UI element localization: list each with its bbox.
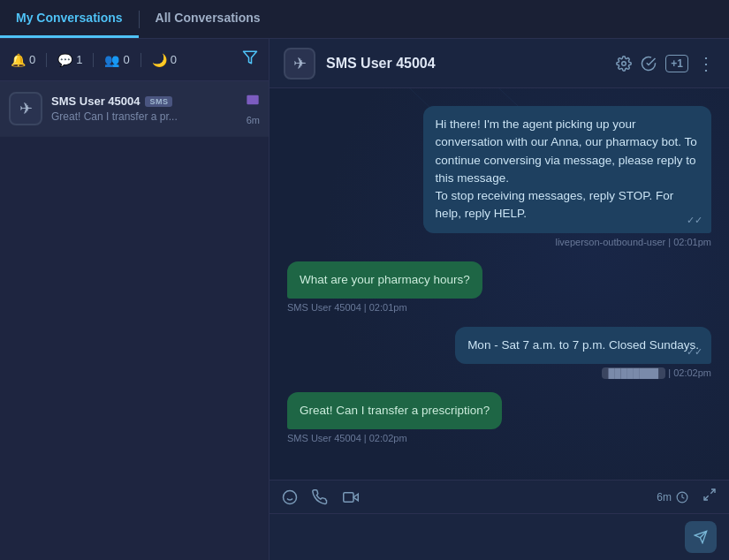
message-group-1: Hi there! I'm the agent picking up your … [287, 106, 711, 247]
message-bubble: What are your pharmacy hours? [287, 261, 482, 299]
timer-info: 6m [657, 491, 688, 503]
send-button[interactable] [685, 521, 717, 553]
chat-panel: ✈ SMS User 45004 +1 ⋮ [270, 39, 729, 560]
message-bubble: Hi there! I'm the agent picking up your … [423, 106, 711, 233]
message-meta: liveperson-outbound-user | 02:01pm [287, 237, 711, 247]
moon-icon: 🌙 [152, 53, 167, 67]
moon-badge: 🌙 0 [152, 53, 177, 67]
sidebar: 🔔 0 💬 1 👥 0 🌙 0 [0, 39, 270, 560]
tab-my-conversations[interactable]: My Conversations [0, 0, 139, 38]
svg-marker-11 [353, 494, 358, 501]
message-input[interactable] [282, 530, 676, 544]
emoji-button[interactable] [282, 489, 298, 505]
more-button[interactable]: ⋮ [697, 53, 715, 74]
message-group-4: Great! Can I transfer a prescription? SM… [287, 392, 711, 443]
conv-avatar: ✈ [9, 92, 42, 125]
conv-right: 6m [246, 93, 260, 125]
svg-marker-0 [244, 51, 257, 64]
svg-rect-12 [344, 492, 353, 502]
chat-header: ✈ SMS User 45004 +1 ⋮ [270, 39, 729, 88]
expand-button[interactable] [702, 488, 717, 506]
video-button[interactable] [342, 489, 360, 505]
message-meta: ████████ | 02:02pm [287, 367, 711, 378]
input-row [270, 514, 729, 560]
conversation-list: ✈ SMS User 45004 SMS Great! Can I transf… [0, 81, 269, 560]
top-nav: My Conversations All Conversations [0, 0, 729, 39]
settings-button[interactable] [616, 56, 632, 72]
toolbar-divider-2 [93, 53, 94, 67]
main-layout: 🔔 0 💬 1 👥 0 🌙 0 [0, 39, 729, 560]
tab-all-conversations[interactable]: All Conversations [140, 0, 277, 38]
message-group-2: What are your pharmacy hours? SMS User 4… [287, 261, 711, 313]
message-group-3: Mon - Sat 7 a.m. to 7 p.m. Closed Sunday… [287, 327, 711, 378]
double-check-icon: ✓✓ [687, 344, 702, 359]
conv-info: SMS User 45004 SMS Great! Can I transfer… [51, 95, 237, 123]
alert-badge: 🔔 0 [11, 53, 35, 67]
message-meta: SMS User 45004 | 02:02pm [287, 433, 711, 443]
input-toolbar: 6m [270, 481, 729, 514]
alert-icon: 🔔 [11, 53, 26, 67]
phone-button[interactable] [312, 489, 328, 505]
message-bubble: Great! Can I transfer a prescription? [287, 392, 502, 429]
plus-badge[interactable]: +1 [665, 55, 688, 72]
svg-rect-1 [247, 95, 258, 104]
messages-area: Hi there! I'm the agent picking up your … [270, 88, 729, 480]
conversation-item[interactable]: ✈ SMS User 45004 SMS Great! Can I transf… [0, 81, 269, 137]
svg-point-8 [284, 490, 297, 503]
user-icon: 👥 [104, 53, 119, 67]
message-icon: 💬 [57, 53, 72, 67]
message-badge: 💬 1 [57, 53, 82, 67]
conv-header: SMS User 45004 SMS [51, 95, 237, 108]
chat-header-title: SMS User 45004 [326, 56, 605, 72]
user-badge: 👥 0 [104, 53, 129, 67]
sidebar-toolbar: 🔔 0 💬 1 👥 0 🌙 0 [0, 39, 269, 81]
message-bubble: Mon - Sat 7 a.m. to 7 p.m. Closed Sunday… [455, 327, 711, 364]
chat-header-actions: +1 ⋮ [616, 53, 715, 74]
filter-button[interactable] [242, 49, 258, 70]
chat-header-avatar: ✈ [284, 48, 315, 79]
check-circle-button[interactable] [641, 56, 657, 72]
message-meta: SMS User 45004 | 02:01pm [287, 302, 711, 313]
input-area: 6m [270, 480, 729, 560]
svg-line-15 [704, 496, 709, 500]
svg-point-7 [622, 61, 626, 65]
unread-icon [246, 93, 260, 111]
svg-line-14 [710, 489, 715, 494]
double-check-icon: ✓✓ [687, 213, 702, 228]
toolbar-divider-3 [140, 53, 141, 67]
toolbar-divider-1 [46, 53, 47, 67]
